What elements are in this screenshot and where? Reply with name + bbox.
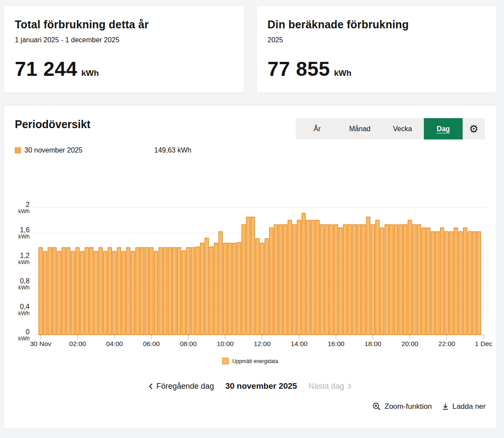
chevron-left-icon — [149, 383, 153, 390]
previous-day-label: Föregående dag — [156, 382, 214, 391]
svg-text:kWh: kWh — [18, 233, 30, 240]
tab-year[interactable]: År — [296, 118, 338, 139]
card-date-range: 1 januari 2025 - 1 december 2025 — [15, 36, 233, 44]
total-consumption-card: Total förbrukning detta år 1 januari 202… — [4, 6, 244, 92]
svg-text:08:00: 08:00 — [180, 340, 197, 347]
card-title: Total förbrukning detta år — [15, 18, 233, 31]
svg-text:0,4: 0,4 — [20, 303, 30, 310]
tab-week[interactable]: Vecka — [381, 118, 424, 139]
chevron-right-icon — [348, 383, 352, 390]
zoom-function-label: Zoom-funktion — [385, 402, 432, 411]
download-label: Ladda ner — [452, 402, 486, 411]
svg-text:2: 2 — [26, 201, 30, 208]
period-overview-panel: Periodöversikt År Månad Vecka Dag ⚙ 30 n… — [4, 106, 496, 428]
card-unit: kWh — [81, 68, 99, 78]
estimated-consumption-card: Din beräknade förbrukning 2025 77 855 kW… — [257, 6, 496, 92]
svg-text:kWh: kWh — [18, 335, 30, 342]
day-total-kwh: 149,63 kWh — [154, 146, 191, 154]
download-icon — [442, 403, 449, 411]
magnifier-plus-icon — [372, 402, 381, 411]
svg-text:kWh: kWh — [18, 284, 30, 291]
svg-text:20:00: 20:00 — [401, 340, 418, 347]
panel-title: Periodöversikt — [15, 118, 91, 131]
card-value: 77 855 — [267, 57, 330, 81]
svg-text:12:00: 12:00 — [254, 340, 271, 347]
period-tabbar: År Månad Vecka Dag ⚙ — [296, 118, 485, 139]
svg-text:1,2: 1,2 — [20, 252, 30, 259]
tab-day[interactable]: Dag — [424, 118, 463, 139]
svg-text:18:00: 18:00 — [365, 340, 382, 347]
svg-text:kWh: kWh — [18, 208, 30, 214]
svg-text:kWh: kWh — [18, 259, 30, 265]
download-button[interactable]: Ladda ner — [442, 402, 486, 411]
gear-icon: ⚙ — [469, 124, 479, 134]
series-label: Uppmätt energidata — [232, 358, 278, 364]
legend-date: 30 november 2025 — [24, 146, 82, 154]
svg-text:06:00: 06:00 — [143, 340, 160, 347]
svg-text:22:00: 22:00 — [438, 340, 455, 347]
zoom-function-button[interactable]: Zoom-funktion — [372, 402, 432, 411]
consumption-bar-chart[interactable]: 0kWh0,4kWh0,8kWh1,2kWh1,6kWh2kWh30 Nov02… — [4, 195, 496, 352]
next-day-label: Nästa dag — [308, 382, 344, 391]
chart-series-legend: Uppmätt energidata — [4, 358, 496, 364]
tab-month[interactable]: Månad — [338, 118, 381, 139]
svg-text:02:00: 02:00 — [69, 340, 86, 347]
svg-text:0,8: 0,8 — [20, 277, 30, 285]
svg-text:1 Dec: 1 Dec — [475, 340, 493, 347]
svg-text:0: 0 — [26, 328, 30, 336]
previous-day-button[interactable]: Föregående dag — [149, 382, 214, 391]
current-day-label: 30 november 2025 — [225, 381, 297, 391]
svg-text:kWh: kWh — [18, 310, 30, 316]
svg-text:14:00: 14:00 — [291, 340, 308, 347]
card-year: 2025 — [267, 36, 486, 44]
series-swatch-icon — [222, 358, 229, 364]
svg-text:10:00: 10:00 — [217, 340, 234, 347]
selected-day-legend: 30 november 2025 — [15, 146, 82, 154]
next-day-button[interactable]: Nästa dag — [308, 382, 352, 391]
svg-text:30 Nov: 30 Nov — [30, 340, 51, 347]
card-title: Din beräknade förbrukning — [267, 18, 486, 31]
svg-text:1,6: 1,6 — [20, 226, 30, 234]
card-value: 71 244 — [15, 57, 78, 81]
card-unit: kWh — [334, 68, 352, 78]
settings-button[interactable]: ⚙ — [463, 118, 485, 139]
legend-swatch-icon — [15, 147, 21, 153]
svg-text:16:00: 16:00 — [328, 340, 345, 347]
svg-text:04:00: 04:00 — [106, 340, 123, 347]
